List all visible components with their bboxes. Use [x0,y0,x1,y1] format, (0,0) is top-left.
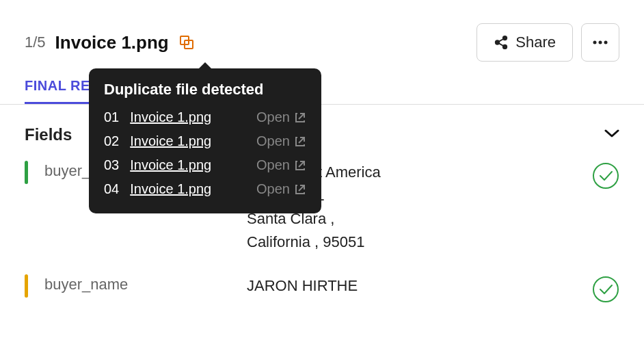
duplicate-tooltip: Duplicate file detected 01 Invoice 1.png… [89,68,321,213]
duplicate-index: 04 [104,181,119,197]
open-duplicate-link[interactable]: Open [256,133,306,149]
open-duplicate-link[interactable]: Open [256,157,306,173]
svg-point-9 [604,41,608,44]
collapse-toggle[interactable] [604,129,619,141]
page-counter: 1/5 [25,34,46,51]
duplicate-index: 03 [104,157,119,173]
header-actions: Share [477,23,619,62]
duplicate-row: 04 Invoice 1.png Open [104,177,306,201]
duplicate-filename[interactable]: Invoice 1.png [130,109,211,125]
header: 1/5 Invoice 1.png Share [0,0,644,62]
svg-point-8 [599,41,602,44]
duplicate-row: 03 Invoice 1.png Open [104,153,306,177]
svg-line-15 [299,185,304,191]
field-status-bar [25,161,28,184]
svg-point-3 [496,40,500,44]
open-duplicate-link[interactable]: Open [256,181,306,197]
section-title: Fields [25,125,72,144]
svg-point-11 [593,277,618,302]
field-status-icon [592,274,619,306]
svg-line-12 [299,114,304,119]
open-duplicate-link[interactable]: Open [256,109,306,125]
svg-point-10 [593,164,618,188]
svg-line-13 [299,138,304,143]
svg-line-6 [499,43,503,46]
external-link-icon [294,112,306,124]
open-label: Open [256,133,290,149]
share-label: Share [515,34,556,51]
svg-line-5 [499,39,503,42]
svg-point-2 [503,36,507,40]
open-label: Open [256,157,290,173]
duplicate-row: 01 Invoice 1.png Open [104,105,306,129]
svg-point-7 [593,41,597,44]
external-link-icon [294,159,306,172]
field-value: JARON HIRTHE [247,274,592,298]
duplicate-index: 02 [104,133,119,149]
duplicate-filename[interactable]: Invoice 1.png [130,157,211,173]
duplicate-filename[interactable]: Invoice 1.png [130,181,211,197]
dots-icon [593,40,608,44]
check-circle-icon [592,162,619,189]
share-button[interactable]: Share [477,23,573,62]
open-label: Open [256,181,290,197]
check-circle-icon [592,276,619,303]
duplicate-icon[interactable] [178,34,195,51]
svg-line-14 [299,161,304,167]
field-label: buyer_name [44,274,247,293]
field-status-bar [25,274,28,298]
duplicate-index: 01 [104,109,119,125]
external-link-icon [294,135,306,148]
field-status-icon [592,161,619,192]
file-title: Invoice 1.png [55,32,169,53]
external-link-icon [294,183,306,196]
duplicate-filename[interactable]: Invoice 1.png [130,133,211,149]
header-left: 1/5 Invoice 1.png [25,32,195,53]
more-button[interactable] [581,23,619,62]
chevron-down-icon [604,129,619,138]
duplicate-row: 02 Invoice 1.png Open [104,129,306,153]
tooltip-title: Duplicate file detected [104,81,306,99]
svg-point-4 [503,45,507,49]
field-row: buyer_name JARON HIRTHE [0,274,644,326]
share-icon [494,35,509,50]
open-label: Open [256,109,290,125]
